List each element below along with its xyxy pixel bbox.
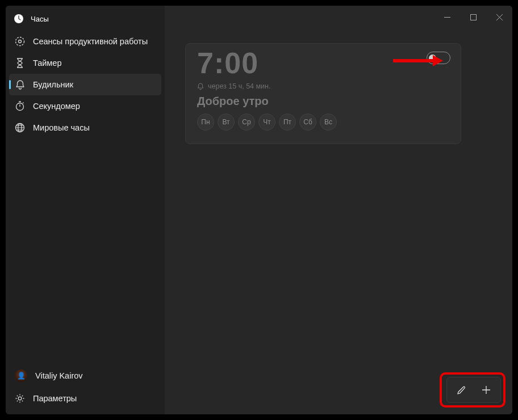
sidebar-item-alarm[interactable]: Будильник	[9, 74, 161, 95]
plus-icon	[482, 385, 491, 394]
maximize-button[interactable]	[460, 8, 486, 26]
minimize-button[interactable]	[434, 8, 460, 26]
gear-icon	[15, 393, 25, 404]
app-title-label: Часы	[31, 15, 49, 23]
annotation-arrow	[393, 55, 443, 66]
titlebar	[434, 6, 512, 28]
content-area: 7:00 через 15 ч, 54 мин. Доброе утро Пн …	[165, 6, 512, 414]
days-row: Пн Вт Ср Чт Пт Сб Вс	[197, 114, 449, 131]
sidebar-item-label: Мировые часы	[33, 123, 90, 132]
day-sat[interactable]: Сб	[299, 114, 316, 131]
alarm-status-text: через 15 ч, 54 мин.	[208, 82, 270, 90]
focus-icon	[15, 36, 25, 47]
user-name: Vitaliy Kairov	[35, 371, 83, 380]
svg-point-4	[19, 40, 22, 43]
sidebar-item-stopwatch[interactable]: Секундомер	[9, 95, 161, 117]
settings-label: Параметры	[33, 394, 77, 403]
close-button[interactable]	[486, 8, 512, 26]
alarm-status-row: через 15 ч, 54 мин.	[197, 82, 449, 90]
sidebar-footer: 👤 Vitaliy Kairov Параметры	[6, 364, 165, 414]
minimize-icon	[444, 14, 450, 20]
day-mon[interactable]: Пн	[197, 114, 214, 131]
avatar: 👤	[15, 369, 27, 382]
svg-point-8	[18, 397, 22, 400]
timer-icon	[15, 58, 25, 68]
action-button-group	[446, 377, 501, 403]
sidebar-spacer	[6, 138, 165, 364]
day-fri[interactable]: Пт	[279, 114, 296, 131]
edit-button[interactable]	[449, 379, 474, 401]
sidebar: Часы Сеансы продуктивной работы Таймер Б	[6, 6, 165, 414]
stopwatch-icon	[15, 101, 25, 111]
sidebar-item-label: Секундомер	[33, 102, 80, 111]
app-title: Часы	[6, 9, 165, 31]
svg-rect-0	[470, 14, 476, 20]
world-clock-icon	[15, 123, 25, 133]
day-thu[interactable]: Чт	[258, 114, 275, 131]
sidebar-item-world-clock[interactable]: Мировые часы	[9, 117, 161, 138]
clock-app-icon	[14, 14, 24, 24]
window: Часы Сеансы продуктивной работы Таймер Б	[6, 6, 512, 414]
alarm-icon	[15, 79, 25, 90]
day-wed[interactable]: Ср	[238, 114, 255, 131]
svg-point-3	[16, 37, 24, 46]
alarm-label: Доброе утро	[197, 95, 449, 108]
bell-icon	[197, 83, 204, 90]
settings-item[interactable]: Параметры	[9, 387, 161, 410]
pencil-icon	[457, 385, 466, 395]
sidebar-item-label: Таймер	[33, 58, 61, 68]
maximize-icon	[470, 14, 477, 20]
day-tue[interactable]: Вт	[218, 114, 235, 131]
day-sun[interactable]: Вс	[320, 114, 337, 131]
sidebar-item-timer[interactable]: Таймер	[9, 52, 161, 74]
arrow-line	[393, 59, 433, 62]
sidebar-item-label: Будильник	[33, 80, 73, 89]
arrow-head-icon	[433, 55, 443, 66]
sidebar-item-label: Сеансы продуктивной работы	[33, 37, 148, 46]
nav: Сеансы продуктивной работы Таймер Будиль…	[6, 31, 165, 138]
close-icon	[496, 14, 503, 20]
add-button[interactable]	[474, 379, 499, 401]
user-account[interactable]: 👤 Vitaliy Kairov	[9, 364, 161, 387]
sidebar-item-focus[interactable]: Сеансы продуктивной работы	[9, 31, 161, 52]
